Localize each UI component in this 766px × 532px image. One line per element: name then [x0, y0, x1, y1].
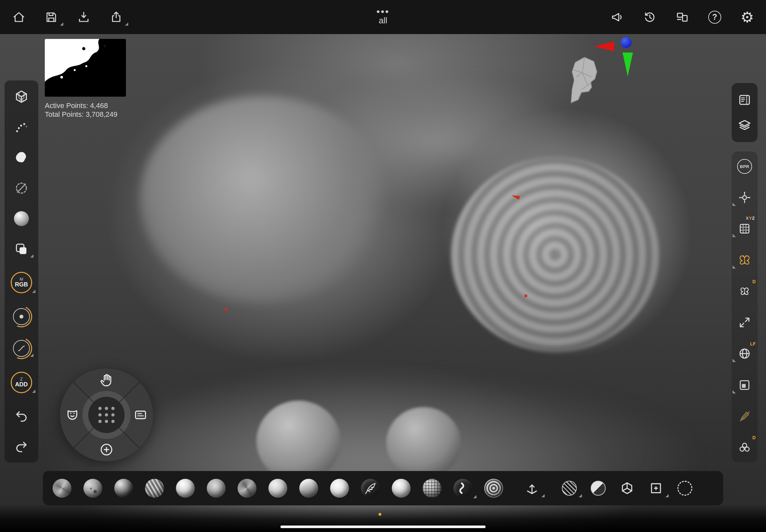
card-list-icon[interactable] [132, 406, 149, 423]
save-icon[interactable] [43, 9, 59, 25]
zadd-mode-button[interactable]: Z ADD [11, 372, 32, 393]
no-paint-brush-icon[interactable] [737, 408, 752, 424]
swirl2-brush[interactable] [237, 479, 256, 498]
lattice-ribbon-brush[interactable] [454, 479, 472, 498]
striped-brush[interactable] [145, 479, 164, 498]
dot-grid-hub[interactable] [88, 397, 125, 433]
layers-stack-icon[interactable] [737, 118, 752, 133]
history-icon[interactable] [642, 9, 658, 25]
frame-crop-tool[interactable] [648, 480, 664, 497]
spheres-d-badge: D [752, 435, 756, 440]
cone-brush[interactable] [299, 479, 318, 498]
rock-brush[interactable] [83, 479, 102, 498]
highlight-drop-brush[interactable] [268, 479, 287, 498]
total-points-label: Total Points: 3,708,249 [45, 110, 117, 119]
sculpture-dragon-head [140, 96, 386, 303]
white-drop-brush[interactable] [392, 479, 411, 498]
multires-d-badge: D [752, 279, 756, 284]
point-stats: Active Points: 4,468 Total Points: 3,708… [45, 101, 117, 119]
sculpt-app-window: ••• all ? ⚙ [0, 0, 766, 532]
lowpoly-head-model [565, 55, 601, 117]
axis-blue-sphere[interactable] [621, 37, 632, 48]
grid-xyz-icon[interactable]: XYZ [737, 221, 752, 236]
layers-squares-icon[interactable] [14, 241, 29, 257]
wire-cube-tool[interactable] [619, 480, 636, 497]
smooth-brush[interactable] [330, 479, 349, 498]
symmetry-butterfly-icon[interactable] [737, 252, 752, 268]
undo-icon[interactable] [14, 408, 29, 424]
home-icon[interactable] [11, 9, 27, 25]
wireframe-sphere-brush[interactable] [423, 479, 442, 498]
falloff-ring-button[interactable] [13, 340, 30, 357]
orientation-gizmo[interactable] [594, 36, 704, 120]
help-glyph: ? [708, 11, 721, 24]
help-icon[interactable]: ? [707, 9, 723, 25]
more-dots-icon[interactable]: ••• [376, 8, 390, 15]
dot-grid-icon [98, 407, 115, 423]
interface-panel-icon[interactable] [737, 92, 752, 108]
move-axis-tool[interactable] [524, 480, 541, 497]
brush-toolbar [43, 471, 723, 505]
wave-brush[interactable] [207, 479, 225, 498]
mrgb-mode-button[interactable]: M RGB [11, 272, 32, 293]
bpr-label: BPR [737, 159, 752, 174]
stroke-dots-icon[interactable] [14, 119, 29, 135]
page-indicator-dot [378, 513, 381, 516]
mrgb-label: RGB [15, 281, 28, 288]
dashed-circle-icon [677, 481, 692, 496]
red-marker-left [225, 308, 227, 311]
gear-glyph: ⚙ [740, 10, 754, 25]
axis-green-arrow[interactable] [623, 53, 633, 77]
active-points-label: Active Points: 4,468 [45, 101, 117, 110]
swirl-brush[interactable] [53, 479, 71, 498]
insect-feather-brush[interactable] [361, 479, 380, 498]
symmetry-off-icon[interactable] [14, 180, 29, 196]
intensity-ring-button[interactable] [13, 308, 30, 325]
intensity-dot [19, 315, 23, 319]
dashed-circle-tool[interactable] [676, 480, 693, 497]
topbar-left-group [11, 9, 124, 25]
quick-menu-wheel[interactable] [60, 369, 153, 461]
axis-red-arrow[interactable] [594, 42, 614, 51]
right-toolbar: BPR XYZ D LF D [732, 151, 758, 462]
lf-globe-icon[interactable]: LF [737, 346, 752, 361]
mask-paint-icon[interactable] [64, 406, 81, 423]
topbar-right-group: ? ⚙ [610, 9, 755, 25]
spiral-rings-brush[interactable] [484, 479, 503, 498]
half-sphere-tool[interactable] [590, 480, 607, 497]
gizmo-crosshair-icon[interactable] [737, 190, 752, 205]
sculpture-orb-right [386, 407, 461, 478]
right-top-panel [732, 83, 758, 142]
announce-icon[interactable] [610, 9, 625, 25]
mrgb-sup-label: M [20, 277, 23, 281]
mask-blob-icon[interactable] [14, 150, 29, 165]
zadd-sup-label: Z [20, 377, 23, 381]
mask-preview-thumbnail[interactable] [45, 39, 126, 97]
sculpture-orb-left [256, 401, 341, 482]
hand-pan-icon[interactable] [98, 372, 115, 389]
redo-icon[interactable] [14, 439, 29, 454]
hatch-circle-icon [562, 481, 577, 496]
scene-title-group[interactable]: ••• all [376, 0, 390, 34]
fullscreen-expand-icon[interactable] [737, 315, 752, 330]
multires-butterfly-icon[interactable]: D [737, 284, 752, 299]
zadd-label: ADD [15, 381, 28, 388]
import-icon[interactable] [76, 9, 91, 25]
home-indicator[interactable] [280, 526, 486, 528]
half-circle-icon [591, 481, 606, 496]
add-plus-icon[interactable] [98, 441, 115, 458]
xyz-label: XYZ [746, 216, 755, 221]
voxel-cube-icon[interactable] [14, 89, 29, 104]
dark-sphere-brush[interactable] [114, 479, 133, 498]
drop-brush[interactable] [176, 479, 195, 498]
hatch-mask-tool[interactable] [561, 480, 578, 497]
display-layout-icon[interactable] [675, 9, 690, 25]
scene-spheres-icon[interactable]: D [737, 440, 752, 455]
material-sphere-icon[interactable] [14, 211, 29, 226]
share-icon[interactable] [108, 9, 124, 25]
bpr-render-button[interactable]: BPR [737, 159, 752, 174]
settings-gear-icon[interactable]: ⚙ [739, 9, 755, 25]
sculpture-shield [451, 157, 659, 352]
top-toolbar: ••• all ? ⚙ [0, 0, 766, 34]
bbox-cube-icon[interactable] [737, 377, 752, 393]
